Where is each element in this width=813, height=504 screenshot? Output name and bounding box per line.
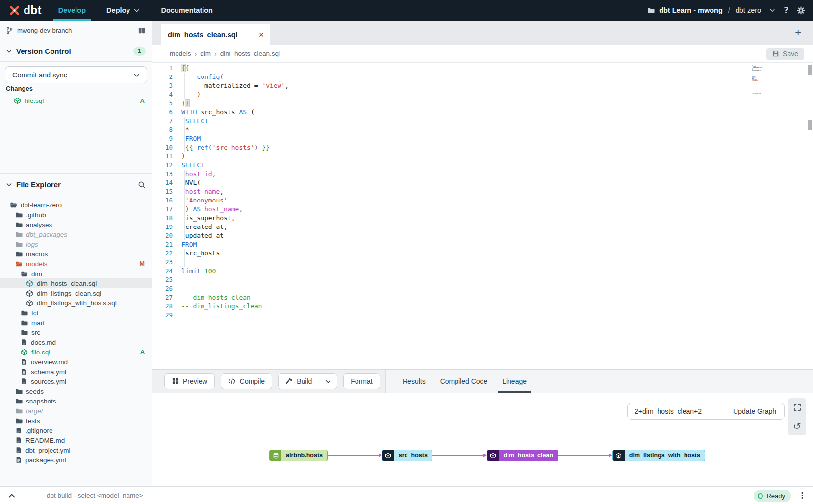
help-icon[interactable]: ? bbox=[784, 5, 788, 15]
environment-selector[interactable]: dbt zero bbox=[736, 6, 761, 14]
format-button-main[interactable]: Format bbox=[344, 374, 379, 389]
commit-and-sync-button[interactable]: Commit and sync bbox=[5, 66, 147, 83]
dbt-logo[interactable]: dbt bbox=[8, 4, 42, 17]
tree-item-src[interactable]: src bbox=[0, 328, 152, 337]
tree-item--github[interactable]: .github bbox=[0, 210, 152, 220]
kebab-menu-icon[interactable]: ⋮ bbox=[798, 487, 806, 504]
folder-icon bbox=[15, 231, 23, 238]
tree-item-mart[interactable]: mart bbox=[0, 318, 152, 328]
tree-item-dbt-project-yml[interactable]: dbt_project.yml bbox=[0, 445, 152, 455]
command-input[interactable]: dbt build --select <model_name> bbox=[47, 487, 143, 504]
save-button[interactable]: Save bbox=[766, 48, 804, 60]
editor-scrollbar-thumb[interactable] bbox=[808, 120, 812, 130]
line-number: 9 bbox=[152, 134, 173, 143]
build-options-chevron[interactable] bbox=[319, 374, 337, 389]
indent-guide bbox=[184, 170, 185, 240]
model-cube-icon bbox=[382, 450, 394, 461]
editor-minimap[interactable]: {{ config( materialized = 'view', )}}WIT… bbox=[752, 65, 797, 95]
tree-item-dim-listings-clean-sql[interactable]: dim_listings_clean.sql bbox=[0, 288, 152, 298]
nav-item-documentation[interactable]: Documentation bbox=[161, 0, 213, 21]
preview-button-main[interactable]: Preview bbox=[165, 374, 214, 389]
tree-item-dbt-packages[interactable]: dbt_packages bbox=[0, 229, 152, 239]
lineage-node-airbnb-hosts[interactable]: airbnb.hosts bbox=[269, 450, 328, 461]
tree-item-analyses[interactable]: analyses bbox=[0, 220, 152, 229]
preview-button[interactable]: Preview bbox=[164, 373, 215, 389]
line-number: 10 bbox=[152, 143, 173, 152]
breadcrumb-item[interactable]: dim_hosts_clean.sql bbox=[220, 50, 280, 57]
file-explorer-header[interactable]: File Explorer bbox=[0, 173, 152, 196]
tree-item-sources-yml[interactable]: sources.yml bbox=[0, 377, 152, 386]
chevron-down-icon[interactable] bbox=[769, 7, 775, 13]
status-badge-label: Ready bbox=[766, 492, 785, 500]
code-editor[interactable]: 1{{2 config(3 materialized = 'view',4 )5… bbox=[152, 63, 813, 369]
panel-tab-compiled-code[interactable]: Compiled Code bbox=[440, 370, 488, 393]
nav-item-label: Develop bbox=[58, 6, 86, 14]
tree-item-macros[interactable]: macros bbox=[0, 249, 152, 259]
compile-button-main[interactable]: Compile bbox=[221, 374, 272, 389]
tree-item-label: dim_listings_clean.sql bbox=[37, 290, 101, 297]
chevron-up-icon[interactable] bbox=[8, 487, 16, 504]
tree-item-docs-md[interactable]: docs.md bbox=[0, 337, 152, 347]
changed-file-row[interactable]: file.sqlA bbox=[0, 95, 152, 106]
docs-book-icon[interactable] bbox=[138, 27, 146, 34]
compile-button[interactable]: Compile bbox=[221, 373, 272, 389]
lineage-node-src-hosts[interactable]: src_hosts bbox=[382, 450, 432, 461]
tree-item-tests[interactable]: tests bbox=[0, 416, 152, 426]
tree-item-dim[interactable]: dim bbox=[0, 269, 152, 278]
tree-item-label: models bbox=[26, 260, 48, 268]
build-button-main[interactable]: Build bbox=[279, 374, 319, 389]
tree-item-readme-md[interactable]: README.md bbox=[0, 435, 152, 445]
new-tab-plus-icon[interactable]: + bbox=[795, 21, 801, 45]
reset-view-button[interactable]: ↺ bbox=[788, 417, 806, 435]
editor-scrollbar-thumb[interactable] bbox=[808, 65, 812, 75]
breadcrumb-item[interactable]: models bbox=[170, 50, 191, 57]
close-tab-icon[interactable]: × bbox=[258, 30, 264, 39]
tree-item-snapshots[interactable]: snapshots bbox=[0, 396, 152, 406]
project-name[interactable]: dbt Learn - mwong bbox=[659, 6, 723, 14]
nav-item-develop[interactable]: Develop bbox=[58, 0, 86, 21]
lineage-selector-input[interactable] bbox=[628, 403, 725, 419]
fullscreen-button[interactable] bbox=[788, 398, 806, 417]
search-icon[interactable] bbox=[138, 181, 146, 189]
update-graph-button[interactable]: Update Graph bbox=[725, 403, 784, 419]
tree-item-models[interactable]: modelsM bbox=[0, 259, 152, 269]
tree-item-label: file.sql bbox=[31, 349, 50, 356]
tree-item-fct[interactable]: fct bbox=[0, 308, 152, 318]
format-button[interactable]: Format bbox=[343, 373, 380, 389]
tree-item--gitignore[interactable]: .gitignore bbox=[0, 426, 152, 435]
panel-tab-results[interactable]: Results bbox=[403, 370, 426, 393]
nav-item-deploy[interactable]: Deploy bbox=[106, 0, 140, 21]
branch-row[interactable]: mwong-dev-branch bbox=[0, 21, 152, 41]
tree-item-dim-hosts-clean-sql[interactable]: dim_hosts_clean.sql bbox=[0, 278, 152, 288]
tree-item-target[interactable]: target bbox=[0, 406, 152, 416]
breadcrumb-item[interactable]: dim bbox=[200, 50, 211, 57]
tree-item-dbt-learn-zero[interactable]: dbt-learn-zero bbox=[0, 200, 152, 210]
code-line: 9 FROM bbox=[152, 134, 749, 143]
code-text: src_hosts bbox=[181, 249, 220, 258]
version-control-header[interactable]: Version Control 1 bbox=[0, 41, 152, 62]
code-line: 28-- dim_listings_clean bbox=[152, 302, 749, 311]
code-text: ) AS host_name, bbox=[181, 205, 243, 214]
status-badge[interactable]: Ready bbox=[754, 490, 791, 502]
panel-tab-lineage[interactable]: Lineage bbox=[502, 370, 527, 393]
tree-item-logs[interactable]: logs bbox=[0, 239, 152, 249]
tree-item-dim-listings-with-hosts-sql[interactable]: dim_listings_with_hosts.sql bbox=[0, 298, 152, 308]
build-button[interactable]: Build bbox=[278, 373, 337, 389]
code-text: 'Anonymous' bbox=[181, 196, 228, 205]
tree-item-packages-yml[interactable]: packages.yml bbox=[0, 455, 152, 465]
code-area[interactable]: 1{{2 config(3 materialized = 'view',4 )5… bbox=[152, 64, 749, 320]
editor-tab[interactable]: dim_hosts_clean.sql × bbox=[161, 24, 270, 45]
tree-item-label: dbt-learn-zero bbox=[21, 202, 62, 209]
indent-guide bbox=[184, 73, 185, 99]
tree-item-file-sql[interactable]: file.sqlA bbox=[0, 347, 152, 357]
bottom-panel-toolbar: PreviewCompileBuildFormat ResultsCompile… bbox=[152, 369, 813, 393]
lineage-node-dim-hosts-clean[interactable]: dim_hosts_clean bbox=[487, 450, 558, 461]
tree-item-overview-md[interactable]: overview.md bbox=[0, 357, 152, 367]
tree-item-schema-yml[interactable]: schema.yml bbox=[0, 367, 152, 377]
branch-name: mwong-dev-branch bbox=[17, 27, 134, 34]
commit-options-chevron[interactable] bbox=[127, 67, 147, 83]
lineage-node-dim-listings-with-hosts[interactable]: dim_listings_with_hosts bbox=[612, 450, 705, 461]
commit-button-label: Commit and sync bbox=[5, 67, 127, 83]
tree-item-seeds[interactable]: seeds bbox=[0, 386, 152, 396]
settings-gear-icon[interactable] bbox=[797, 6, 805, 15]
